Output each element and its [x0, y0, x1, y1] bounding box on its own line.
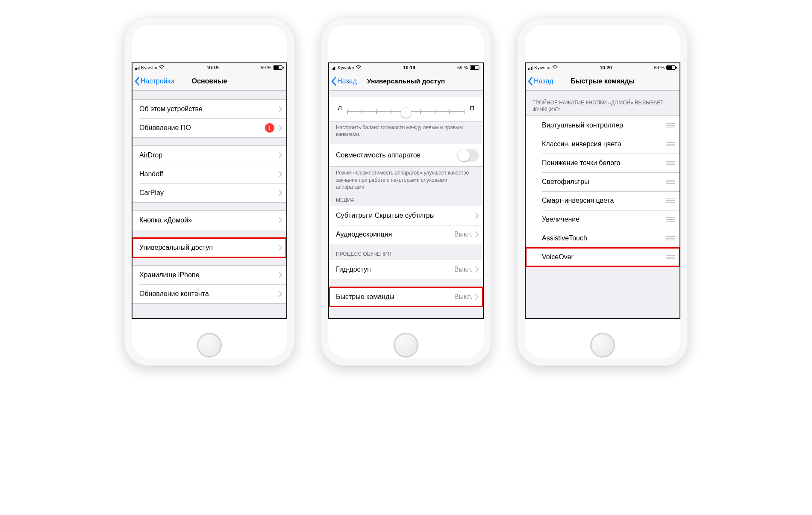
cell-background-refresh[interactable]: Обновление контента — [132, 284, 286, 303]
chevron-right-icon — [475, 294, 479, 300]
drag-handle-icon[interactable] — [666, 198, 675, 203]
cell-storage[interactable]: Хранилище iPhone — [132, 266, 286, 284]
home-button[interactable] — [590, 333, 615, 358]
wifi-icon — [356, 65, 361, 70]
status-bar: Kyivstar 10:19 59 % — [132, 63, 286, 72]
chevron-right-icon — [279, 272, 282, 278]
svg-rect-19 — [666, 238, 675, 239]
cell-guided-access[interactable]: Гид-доступ Выкл. — [329, 260, 483, 279]
cell-software-update[interactable]: Обновление ПО 1 — [132, 118, 286, 137]
chevron-right-icon — [279, 217, 282, 223]
cell-label: Увеличение — [542, 216, 666, 223]
shortcut-item[interactable]: Классич. инверсия цвета — [526, 135, 680, 154]
cell-label: Аудиодескрипция — [336, 231, 454, 238]
drag-handle-icon[interactable] — [666, 161, 675, 165]
shortcut-item[interactable]: VoiceOver — [526, 248, 680, 266]
shortcut-item[interactable]: AssistiveTouch — [526, 229, 680, 248]
cell-signal-icon — [528, 66, 533, 70]
cell-carplay[interactable]: CarPlay — [132, 184, 286, 202]
nav-bar: Настройки Основные — [132, 72, 286, 91]
chevron-right-icon — [475, 213, 479, 219]
cell-label: Смарт-инверсия цвета — [542, 197, 666, 204]
drag-handle-icon[interactable] — [666, 236, 675, 240]
shortcut-item[interactable]: Смарт-инверсия цвета — [526, 191, 680, 210]
cell-label: VoiceOver — [542, 253, 666, 261]
cell-signal-icon — [135, 66, 140, 70]
drag-handle-icon[interactable] — [666, 255, 675, 259]
shortcut-item[interactable]: Увеличение — [526, 210, 680, 229]
cell-label: Обновление контента — [139, 290, 279, 298]
cell-value: Выкл. — [454, 231, 473, 238]
cell-value: Выкл. — [454, 266, 473, 273]
chevron-left-icon — [527, 77, 533, 86]
cell-label: Обновление ПО — [139, 124, 265, 132]
home-button[interactable] — [394, 333, 418, 358]
svg-rect-2 — [666, 127, 675, 127]
cell-label: Субтитры и Скрытые субтитры — [336, 212, 475, 219]
battery-icon — [666, 65, 677, 70]
settings-content[interactable]: Л П Настроить баланс громкости между лев… — [329, 91, 483, 318]
cell-label: Handoff — [139, 170, 279, 178]
shortcut-item[interactable]: Виртуальный контроллер — [526, 116, 680, 135]
highlight-accessibility: Универсальный доступ — [132, 238, 286, 258]
chevron-right-icon — [475, 266, 479, 272]
nav-back-button[interactable]: Настройки — [132, 77, 174, 86]
cell-label: Хранилище iPhone — [139, 271, 279, 279]
chevron-right-icon — [279, 125, 282, 131]
cell-label: CarPlay — [139, 189, 279, 197]
cell-label: Кнопка «Домой» — [139, 216, 279, 224]
cell-accessibility-shortcut[interactable]: Быстрые команды Выкл. — [329, 287, 483, 306]
slider-thumb[interactable] — [401, 107, 411, 118]
settings-content[interactable]: Об этом устройстве Обновление ПО 1 — [132, 91, 286, 318]
cell-about[interactable]: Об этом устройстве — [132, 100, 286, 118]
status-bar: Kyivstar 10:19 59 % — [329, 63, 483, 72]
highlight-shortcut: Быстрые команды Выкл. — [329, 287, 483, 307]
cell-label: Классич. инверсия цвета — [542, 140, 666, 148]
home-button[interactable] — [197, 333, 222, 358]
shortcut-item[interactable]: Понижение точки белого — [526, 154, 680, 172]
drag-handle-icon[interactable] — [666, 142, 675, 146]
status-time: 10:19 — [206, 65, 218, 70]
cell-label: AssistiveTouch — [542, 234, 666, 242]
section-header-media: МЕДИА — [329, 190, 483, 206]
nav-back-button[interactable]: Назад — [526, 77, 553, 86]
battery-pct: 59 % — [654, 65, 665, 70]
battery-icon — [273, 65, 284, 70]
cell-home-button[interactable]: Кнопка «Домой» — [132, 211, 286, 230]
settings-content[interactable]: ТРОЙНОЕ НАЖАТИЕ КНОПКИ «ДОМОЙ» ВЫЗЫВАЕТ … — [526, 91, 680, 318]
carrier-label: Kyivstar — [141, 65, 158, 70]
cell-hearing-compat[interactable]: Совместимость аппаратов — [329, 144, 483, 166]
cell-audio-description[interactable]: Аудиодескрипция Выкл. — [329, 225, 483, 244]
drag-handle-icon[interactable] — [666, 217, 675, 222]
switch-off[interactable] — [457, 149, 479, 162]
screen-general: Kyivstar 10:19 59 % Настрой — [132, 62, 287, 319]
svg-rect-4 — [666, 144, 675, 145]
cell-handoff[interactable]: Handoff — [132, 165, 286, 184]
status-time: 10:19 — [403, 65, 415, 70]
nav-back-button[interactable]: Назад — [329, 77, 357, 86]
update-badge: 1 — [265, 123, 274, 133]
nav-back-label: Назад — [337, 77, 357, 85]
nav-title: Быстрые команды — [571, 77, 635, 85]
balance-slider[interactable] — [347, 101, 465, 114]
svg-rect-9 — [666, 180, 675, 181]
cell-airdrop[interactable]: AirDrop — [132, 146, 286, 165]
cell-value: Выкл. — [454, 293, 473, 301]
nav-bar: Назад Быстрые команды — [526, 72, 680, 91]
shortcut-item[interactable]: Светофильтры — [526, 172, 680, 191]
cell-accessibility[interactable]: Универсальный доступ — [132, 238, 286, 257]
svg-rect-15 — [666, 217, 675, 218]
svg-rect-3 — [666, 142, 675, 143]
balance-footer: Настроить баланс громкости между левым и… — [329, 121, 483, 138]
cell-label: Светофильтры — [542, 178, 666, 186]
svg-rect-13 — [666, 200, 675, 201]
drag-handle-icon[interactable] — [666, 123, 675, 127]
svg-rect-22 — [666, 257, 675, 258]
cell-label: Понижение точки белого — [542, 159, 666, 167]
screen-shortcut: Kyivstar 10:20 59 % Назад — [525, 62, 680, 319]
drag-handle-icon[interactable] — [666, 180, 675, 184]
cell-subtitles[interactable]: Субтитры и Скрытые субтитры — [329, 206, 483, 225]
iphone-device-1: Kyivstar 10:19 59 % Настрой — [124, 17, 295, 366]
shortcut-list: Виртуальный контроллерКлассич. инверсия … — [526, 115, 680, 267]
status-time: 10:20 — [600, 65, 612, 70]
